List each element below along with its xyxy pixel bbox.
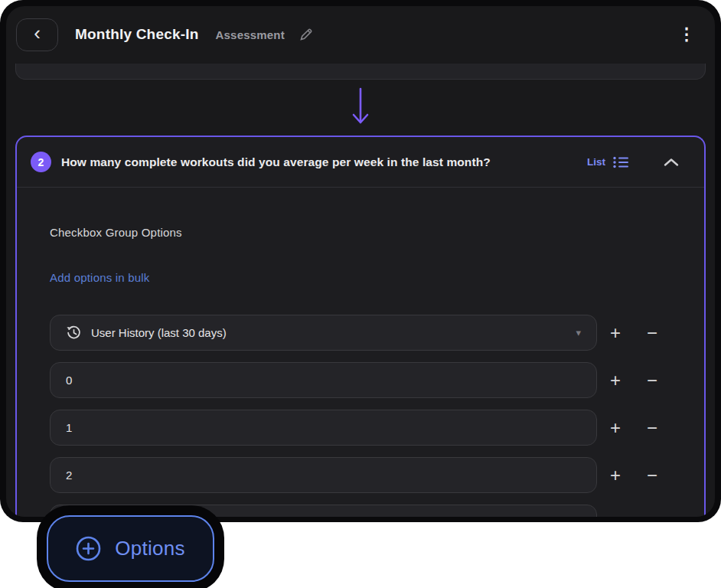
app-surface: ‹ Monthly Check-In Assessment ⋮ 2 How ma… [6,6,715,517]
option-row: 0 + − [50,362,689,398]
question-card-body: Checkbox Group Options Add options in bu… [17,188,704,517]
remove-option-button[interactable]: − [634,371,670,390]
caret-down-icon: ▾ [576,327,581,338]
remove-option-button[interactable]: − [634,466,670,485]
option-value-input[interactable]: 1 [50,410,597,446]
page-subtitle: Assessment [216,28,285,41]
kebab-menu-icon[interactable]: ⋮ [678,26,695,43]
down-arrow-icon [351,87,370,129]
remove-option-button[interactable]: − [634,419,670,437]
add-options-in-bulk-link[interactable]: Add options in bulk [50,271,150,284]
option-value-input[interactable]: 2 [50,457,597,493]
question-number-badge: 2 [31,152,51,172]
options-button[interactable]: Options [47,515,214,582]
add-option-button[interactable]: + [597,371,634,390]
question-type-label: List [587,156,605,168]
add-option-button[interactable]: + [597,466,634,485]
previous-question-card-sliver [15,64,706,80]
edit-pencil-icon[interactable] [299,27,314,42]
option-value: 1 [66,421,72,434]
options-button-label: Options [115,537,185,560]
option-value-input[interactable]: 0 [50,362,597,398]
option-row: User History (last 30 days) ▾ + − [50,315,689,351]
add-option-button[interactable]: + [597,324,634,342]
back-button[interactable]: ‹ [16,18,58,51]
page: ‹ Monthly Check-In Assessment ⋮ 2 How ma… [0,0,721,588]
collapse-chevron-up-icon[interactable] [663,157,680,168]
top-bar: ‹ Monthly Check-In Assessment ⋮ [6,6,715,55]
history-clock-icon [66,325,82,341]
option-row: 1 + − [50,410,689,446]
plus-circle-icon [76,536,101,561]
options-section-title: Checkbox Group Options [50,226,689,239]
option-row: 2 + − [50,457,689,493]
add-option-button[interactable]: + [597,419,634,437]
page-title: Monthly Check-In [75,26,199,43]
dropdown-selected-value: User History (last 30 days) [91,326,227,339]
back-chevron-icon: ‹ [34,23,41,43]
remove-option-button[interactable]: − [634,324,670,342]
question-text: How many complete workouts did you avera… [61,155,491,169]
question-card-header: 2 How many complete workouts did you ave… [17,137,704,188]
user-history-dropdown[interactable]: User History (last 30 days) ▾ [50,315,597,351]
option-value: 2 [66,469,72,482]
list-type-icon[interactable] [612,155,629,169]
app-frame: ‹ Monthly Check-In Assessment ⋮ 2 How ma… [0,0,721,522]
option-value: 0 [66,374,72,387]
question-card: 2 How many complete workouts did you ave… [15,136,706,517]
